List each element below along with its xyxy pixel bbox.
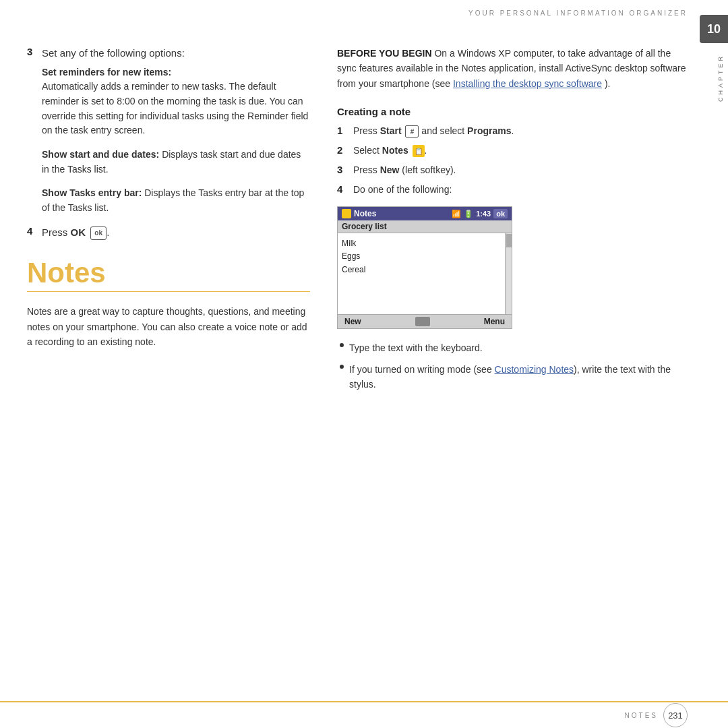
- top-bar: YOUR PERSONAL INFORMATION ORGANIZER: [0, 0, 728, 26]
- set-reminders-text: Automatically adds a reminder to new tas…: [42, 81, 308, 135]
- right-step-2-text: Select Notes 📋.: [353, 144, 427, 158]
- bullet-dot-2: [340, 365, 344, 369]
- phone-app-icon: [342, 209, 351, 218]
- right-step-4-num: 4: [337, 183, 351, 195]
- chapter-badge: 10: [700, 15, 728, 43]
- phone-time: 1:43: [476, 210, 491, 218]
- show-tasks-block: Show Tasks entry bar: Displays the Tasks…: [42, 186, 310, 215]
- show-tasks-label: Show Tasks entry bar:: [42, 187, 142, 198]
- phone-body: Milk Eggs Cereal: [338, 233, 512, 314]
- phone-list-item-2: Eggs: [342, 250, 508, 263]
- phone-title-bar: Notes 📶 🔋 1:43 ok: [338, 207, 512, 220]
- byb-end: ).: [605, 78, 611, 89]
- step-3-num: 3: [27, 46, 42, 61]
- phone-new-btn: New: [344, 317, 361, 326]
- show-dates-block: Show start and due dates: Displays task …: [42, 148, 310, 177]
- programs-label: Programs: [467, 125, 511, 136]
- phone-list-item-1: Milk: [342, 237, 508, 250]
- right-step-2-num: 2: [337, 144, 351, 156]
- step-4-row: 4 Press OK ok.: [27, 225, 310, 241]
- start-icon: #: [405, 125, 419, 138]
- bottom-bar: NOTES 231: [0, 701, 728, 728]
- notes-description: Notes are a great way to capture thought…: [27, 304, 310, 349]
- show-dates-label: Show start and due dates:: [42, 149, 159, 160]
- customizing-notes-link[interactable]: Customizing Notes: [495, 364, 574, 375]
- notes-label: Notes: [382, 145, 408, 156]
- right-step-1-num: 1: [337, 125, 351, 136]
- phone-battery-icon: 🔋: [464, 210, 473, 218]
- right-step-3-num: 3: [337, 164, 351, 175]
- phone-signal-icon: 📶: [452, 210, 461, 218]
- right-step-4-text: Do one of the following:: [353, 183, 452, 197]
- bottom-bar-content: NOTES 231: [625, 703, 688, 727]
- top-bar-title: YOUR PERSONAL INFORMATION ORGANIZER: [468, 9, 688, 17]
- right-step-2: 2 Select Notes 📋.: [337, 144, 691, 158]
- page-number: 231: [663, 703, 688, 727]
- right-step-1-text: Press Start # and select Programs.: [353, 124, 514, 138]
- phone-list-header: Grocery list: [338, 220, 512, 233]
- new-label: New: [380, 164, 400, 175]
- bullet-dot-1: [340, 343, 344, 347]
- byb-link[interactable]: Installing the desktop sync software: [453, 78, 602, 89]
- set-reminders-block: Set reminders for new items: Automatical…: [42, 65, 310, 138]
- right-step-4: 4 Do one of the following:: [337, 183, 691, 197]
- notes-icon: 📋: [413, 145, 425, 157]
- phone-time-area: 📶 🔋 1:43 ok: [452, 209, 508, 218]
- bullet-2-text: If you turned on writing mode (see Custo…: [349, 363, 691, 392]
- right-step-3-text: Press New (left softkey).: [353, 163, 456, 177]
- bullet-item-1: Type the text with the keyboard.: [340, 341, 691, 356]
- bullet-1-text: Type the text with the keyboard.: [349, 341, 483, 356]
- step-3-text: Set any of the following options:: [42, 46, 185, 61]
- phone-list-item-3: Cereal: [342, 264, 508, 276]
- right-column: BEFORE YOU BEGIN On a Windows XP compute…: [337, 26, 691, 701]
- footer-section-label: NOTES: [625, 712, 658, 719]
- phone-ok-btn: ok: [493, 209, 508, 218]
- step-4-ok-label: OK: [71, 226, 86, 238]
- byb-label: BEFORE YOU BEGIN: [337, 48, 432, 59]
- start-label: Start: [380, 125, 402, 136]
- phone-scroll-thumb: [506, 234, 512, 247]
- notes-heading: Notes: [27, 259, 310, 287]
- notes-section: Notes Notes are a great way to capture t…: [27, 259, 310, 349]
- right-step-1: 1 Press Start # and select Programs.: [337, 124, 691, 138]
- chapter-num: 10: [707, 22, 721, 36]
- phone-title-left: Notes: [342, 209, 376, 218]
- step-4-text: Press OK ok.: [42, 225, 109, 241]
- step-4-num: 4: [27, 225, 42, 241]
- left-column: 3 Set any of the following options: Set …: [27, 26, 310, 701]
- phone-keyboard-icon: [415, 317, 430, 326]
- set-reminders-label: Set reminders for new items:: [42, 67, 171, 78]
- before-you-begin-paragraph: BEFORE YOU BEGIN On a Windows XP compute…: [337, 46, 691, 91]
- chapter-label: CHAPTER: [717, 54, 724, 102]
- right-step-3: 3 Press New (left softkey).: [337, 163, 691, 177]
- phone-scrollbar: [505, 233, 512, 314]
- creating-note-heading: Creating a note: [337, 106, 691, 117]
- phone-title-text: Notes: [354, 209, 376, 218]
- step-3-row: 3 Set any of the following options:: [27, 46, 310, 61]
- notes-divider: [27, 291, 310, 292]
- phone-bottom-bar: New Menu: [338, 314, 512, 328]
- ok-icon: ok: [90, 226, 107, 240]
- bullet-list: Type the text with the keyboard. If you …: [337, 341, 691, 392]
- phone-menu-btn: Menu: [484, 317, 505, 326]
- bullet-item-2: If you turned on writing mode (see Custo…: [340, 363, 691, 392]
- phone-screenshot: Notes 📶 🔋 1:43 ok Grocery list Milk Eggs…: [337, 206, 512, 329]
